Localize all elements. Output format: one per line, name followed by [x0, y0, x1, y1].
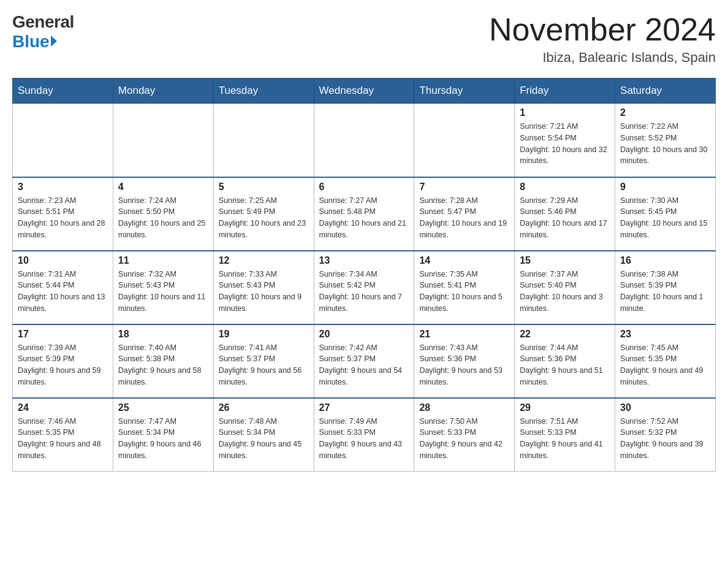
day-info: Sunrise: 7:33 AMSunset: 5:43 PMDaylight:… — [219, 269, 309, 315]
day-number: 11 — [118, 255, 208, 266]
day-number: 12 — [219, 255, 309, 266]
column-header-thursday: Thursday — [414, 79, 515, 104]
day-number: 26 — [219, 402, 309, 413]
day-info: Sunrise: 7:38 AMSunset: 5:39 PMDaylight:… — [620, 269, 710, 315]
calendar-cell: 10Sunrise: 7:31 AMSunset: 5:44 PMDayligh… — [13, 251, 113, 324]
calendar-cell — [314, 104, 414, 177]
day-info: Sunrise: 7:50 AMSunset: 5:33 PMDaylight:… — [419, 416, 509, 462]
day-info: Sunrise: 7:25 AMSunset: 5:49 PMDaylight:… — [219, 195, 309, 241]
calendar-cell: 12Sunrise: 7:33 AMSunset: 5:43 PMDayligh… — [213, 251, 314, 324]
calendar-cell: 30Sunrise: 7:52 AMSunset: 5:32 PMDayligh… — [615, 398, 716, 472]
day-number: 8 — [520, 182, 610, 193]
day-info: Sunrise: 7:47 AMSunset: 5:34 PMDaylight:… — [118, 416, 208, 462]
logo-arrow-icon — [51, 36, 57, 47]
location-subtitle: Ibiza, Balearic Islands, Spain — [489, 50, 716, 66]
calendar-table: SundayMondayTuesdayWednesdayThursdayFrid… — [12, 78, 716, 472]
day-info: Sunrise: 7:21 AMSunset: 5:54 PMDaylight:… — [520, 121, 610, 167]
day-info: Sunrise: 7:48 AMSunset: 5:34 PMDaylight:… — [219, 416, 309, 462]
logo-general-text: General — [12, 12, 74, 32]
day-info: Sunrise: 7:37 AMSunset: 5:40 PMDaylight:… — [520, 269, 610, 315]
column-header-saturday: Saturday — [615, 79, 716, 104]
calendar-cell: 13Sunrise: 7:34 AMSunset: 5:42 PMDayligh… — [314, 251, 414, 324]
day-number: 13 — [319, 255, 409, 266]
calendar-cell: 2Sunrise: 7:22 AMSunset: 5:52 PMDaylight… — [615, 104, 716, 177]
day-number: 17 — [18, 329, 108, 340]
calendar-week-row: 17Sunrise: 7:39 AMSunset: 5:39 PMDayligh… — [13, 324, 716, 398]
day-number: 25 — [118, 402, 208, 413]
day-number: 23 — [620, 329, 710, 340]
page-header: General Blue November 2024 Ibiza, Balear… — [12, 12, 716, 66]
day-info: Sunrise: 7:24 AMSunset: 5:50 PMDaylight:… — [118, 195, 208, 241]
calendar-week-row: 3Sunrise: 7:23 AMSunset: 5:51 PMDaylight… — [13, 177, 716, 251]
day-info: Sunrise: 7:43 AMSunset: 5:36 PMDaylight:… — [419, 342, 509, 388]
day-info: Sunrise: 7:40 AMSunset: 5:38 PMDaylight:… — [118, 342, 208, 388]
calendar-cell — [13, 104, 113, 177]
day-number: 14 — [419, 255, 509, 266]
calendar-cell: 26Sunrise: 7:48 AMSunset: 5:34 PMDayligh… — [213, 398, 314, 472]
day-number: 20 — [319, 329, 409, 340]
day-info: Sunrise: 7:23 AMSunset: 5:51 PMDaylight:… — [18, 195, 108, 241]
day-info: Sunrise: 7:32 AMSunset: 5:43 PMDaylight:… — [118, 269, 208, 315]
day-info: Sunrise: 7:35 AMSunset: 5:41 PMDaylight:… — [419, 269, 509, 315]
column-header-monday: Monday — [113, 79, 213, 104]
day-info: Sunrise: 7:29 AMSunset: 5:46 PMDaylight:… — [520, 195, 610, 241]
day-info: Sunrise: 7:45 AMSunset: 5:35 PMDaylight:… — [620, 342, 710, 388]
day-info: Sunrise: 7:31 AMSunset: 5:44 PMDaylight:… — [18, 269, 108, 315]
logo: General Blue — [12, 12, 74, 52]
calendar-cell: 19Sunrise: 7:41 AMSunset: 5:37 PMDayligh… — [213, 324, 314, 398]
day-number: 22 — [520, 329, 610, 340]
calendar-cell: 23Sunrise: 7:45 AMSunset: 5:35 PMDayligh… — [615, 324, 716, 398]
day-info: Sunrise: 7:44 AMSunset: 5:36 PMDaylight:… — [520, 342, 610, 388]
calendar-cell — [213, 104, 314, 177]
calendar-cell: 21Sunrise: 7:43 AMSunset: 5:36 PMDayligh… — [414, 324, 515, 398]
calendar-cell: 5Sunrise: 7:25 AMSunset: 5:49 PMDaylight… — [213, 177, 314, 251]
calendar-cell: 16Sunrise: 7:38 AMSunset: 5:39 PMDayligh… — [615, 251, 716, 324]
title-section: November 2024 Ibiza, Balearic Islands, S… — [489, 12, 716, 66]
calendar-cell — [113, 104, 213, 177]
calendar-header-row: SundayMondayTuesdayWednesdayThursdayFrid… — [13, 79, 716, 104]
day-number: 15 — [520, 255, 610, 266]
calendar-cell: 18Sunrise: 7:40 AMSunset: 5:38 PMDayligh… — [113, 324, 213, 398]
month-title: November 2024 — [489, 12, 716, 47]
calendar-cell: 20Sunrise: 7:42 AMSunset: 5:37 PMDayligh… — [314, 324, 414, 398]
day-number: 29 — [520, 402, 610, 413]
day-info: Sunrise: 7:22 AMSunset: 5:52 PMDaylight:… — [620, 121, 710, 167]
day-number: 28 — [419, 402, 509, 413]
day-info: Sunrise: 7:46 AMSunset: 5:35 PMDaylight:… — [18, 416, 108, 462]
calendar-week-row: 24Sunrise: 7:46 AMSunset: 5:35 PMDayligh… — [13, 398, 716, 472]
day-number: 6 — [319, 182, 409, 193]
day-info: Sunrise: 7:49 AMSunset: 5:33 PMDaylight:… — [319, 416, 409, 462]
calendar-cell: 25Sunrise: 7:47 AMSunset: 5:34 PMDayligh… — [113, 398, 213, 472]
calendar-cell: 6Sunrise: 7:27 AMSunset: 5:48 PMDaylight… — [314, 177, 414, 251]
calendar-cell: 8Sunrise: 7:29 AMSunset: 5:46 PMDaylight… — [515, 177, 615, 251]
day-number: 24 — [18, 402, 108, 413]
calendar-cell: 9Sunrise: 7:30 AMSunset: 5:45 PMDaylight… — [615, 177, 716, 251]
day-info: Sunrise: 7:28 AMSunset: 5:47 PMDaylight:… — [419, 195, 509, 241]
day-number: 27 — [319, 402, 409, 413]
day-number: 5 — [219, 182, 309, 193]
column-header-sunday: Sunday — [13, 79, 113, 104]
day-number: 4 — [118, 182, 208, 193]
day-number: 18 — [118, 329, 208, 340]
calendar-cell — [414, 104, 515, 177]
logo-blue-text: Blue — [12, 32, 57, 52]
day-number: 10 — [18, 255, 108, 266]
calendar-cell: 15Sunrise: 7:37 AMSunset: 5:40 PMDayligh… — [515, 251, 615, 324]
day-number: 30 — [620, 402, 710, 413]
day-info: Sunrise: 7:41 AMSunset: 5:37 PMDaylight:… — [219, 342, 309, 388]
calendar-cell: 4Sunrise: 7:24 AMSunset: 5:50 PMDaylight… — [113, 177, 213, 251]
day-number: 9 — [620, 182, 710, 193]
calendar-cell: 17Sunrise: 7:39 AMSunset: 5:39 PMDayligh… — [13, 324, 113, 398]
day-number: 16 — [620, 255, 710, 266]
calendar-cell: 27Sunrise: 7:49 AMSunset: 5:33 PMDayligh… — [314, 398, 414, 472]
day-number: 1 — [520, 107, 610, 118]
calendar-cell: 24Sunrise: 7:46 AMSunset: 5:35 PMDayligh… — [13, 398, 113, 472]
calendar-week-row: 10Sunrise: 7:31 AMSunset: 5:44 PMDayligh… — [13, 251, 716, 324]
day-info: Sunrise: 7:30 AMSunset: 5:45 PMDaylight:… — [620, 195, 710, 241]
calendar-cell: 22Sunrise: 7:44 AMSunset: 5:36 PMDayligh… — [515, 324, 615, 398]
day-number: 21 — [419, 329, 509, 340]
day-number: 3 — [18, 182, 108, 193]
calendar-cell: 7Sunrise: 7:28 AMSunset: 5:47 PMDaylight… — [414, 177, 515, 251]
calendar-cell: 14Sunrise: 7:35 AMSunset: 5:41 PMDayligh… — [414, 251, 515, 324]
day-info: Sunrise: 7:42 AMSunset: 5:37 PMDaylight:… — [319, 342, 409, 388]
